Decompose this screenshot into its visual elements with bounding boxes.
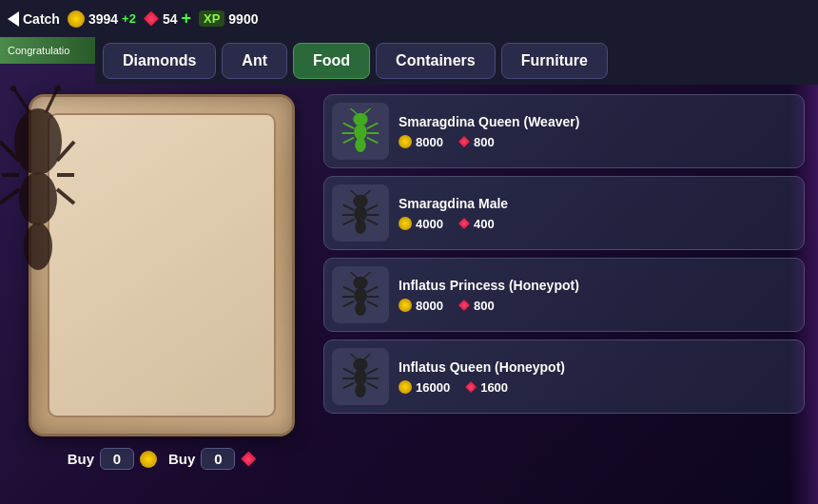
svg-point-46 bbox=[353, 359, 367, 371]
svg-line-30 bbox=[367, 204, 379, 210]
diamond-price-icon bbox=[458, 136, 470, 147]
buy-label-2: Buy bbox=[168, 451, 195, 467]
item-prices: 4000 400 bbox=[399, 217, 796, 231]
back-label: Catch bbox=[23, 11, 60, 27]
svg-line-19 bbox=[367, 123, 379, 128]
svg-line-10 bbox=[46, 89, 57, 113]
diamond-price: 800 bbox=[458, 299, 495, 313]
gold-price: 8000 bbox=[399, 299, 443, 313]
list-item[interactable]: Inflatus Queen (Honeypot) 16000 1600 bbox=[323, 339, 805, 414]
tab-furniture[interactable]: Furniture bbox=[501, 43, 608, 79]
svg-point-2 bbox=[24, 223, 52, 270]
diamond-price-value: 1600 bbox=[480, 380, 508, 395]
svg-line-43 bbox=[367, 301, 379, 307]
item-prices: 8000 800 bbox=[399, 299, 796, 313]
diamond-icon bbox=[144, 11, 159, 27]
tab-bar: Diamonds Ant Food Containers Furniture bbox=[95, 37, 818, 85]
svg-line-45 bbox=[364, 272, 371, 278]
gold-price-value: 8000 bbox=[416, 135, 443, 149]
svg-line-33 bbox=[350, 190, 357, 196]
congrats-text: Congratulatio bbox=[8, 45, 69, 56]
back-button[interactable]: Catch bbox=[8, 11, 60, 27]
list-item[interactable]: Smaragdina Male 4000 400 bbox=[323, 176, 805, 250]
svg-line-32 bbox=[367, 220, 379, 225]
tab-ant[interactable]: Ant bbox=[222, 43, 287, 79]
back-arrow-icon bbox=[8, 11, 19, 27]
buy-diamond-icon bbox=[241, 452, 256, 467]
diamond-group: 54 + bbox=[144, 9, 191, 29]
svg-point-1 bbox=[19, 172, 57, 225]
gold-price-value: 4000 bbox=[416, 217, 443, 231]
buy-coin-icon bbox=[140, 451, 157, 468]
diamond-price-icon bbox=[465, 381, 477, 393]
congrats-banner: Congratulatio bbox=[0, 37, 95, 64]
item-thumbnail bbox=[332, 266, 389, 323]
diamond-plus-button[interactable]: + bbox=[181, 9, 191, 29]
diamond-price-icon bbox=[458, 300, 470, 311]
svg-line-8 bbox=[57, 189, 74, 204]
gold-price-icon bbox=[399, 380, 412, 394]
svg-line-16 bbox=[343, 123, 355, 128]
svg-line-52 bbox=[367, 368, 379, 374]
xp-amount: 9900 bbox=[228, 11, 258, 27]
svg-line-5 bbox=[0, 189, 19, 204]
tab-food[interactable]: Food bbox=[293, 43, 370, 79]
diamond-price-value: 800 bbox=[474, 299, 495, 313]
buy-gold-group: Buy 0 bbox=[68, 448, 157, 470]
svg-point-11 bbox=[10, 86, 16, 91]
item-prices: 8000 800 bbox=[399, 135, 796, 149]
gold-price-value: 8000 bbox=[416, 299, 443, 313]
buy-label-1: Buy bbox=[68, 451, 94, 467]
item-list: Smaragdina Queen (Weaver) 8000 800 Smara… bbox=[323, 94, 808, 494]
svg-line-34 bbox=[364, 190, 371, 196]
gold-price: 16000 bbox=[399, 380, 450, 395]
item-thumbnail bbox=[332, 103, 389, 160]
list-item[interactable]: Inflatus Princess (Honeypot) 8000 800 bbox=[323, 258, 805, 332]
diamond-price: 800 bbox=[458, 135, 495, 149]
svg-point-12 bbox=[55, 86, 61, 91]
svg-line-41 bbox=[367, 286, 379, 292]
svg-line-9 bbox=[14, 89, 30, 113]
svg-line-49 bbox=[343, 368, 355, 374]
diamond-price-value: 400 bbox=[474, 217, 495, 231]
gold-bonus: +2 bbox=[122, 11, 136, 26]
buy-count-1[interactable]: 0 bbox=[100, 448, 134, 470]
svg-line-22 bbox=[350, 108, 357, 114]
gold-price-icon bbox=[399, 299, 412, 312]
svg-line-18 bbox=[343, 138, 355, 144]
tab-diamonds[interactable]: Diamonds bbox=[103, 43, 216, 79]
buy-diamond-group: Buy 0 bbox=[168, 448, 256, 470]
svg-line-27 bbox=[343, 204, 355, 210]
svg-point-48 bbox=[355, 383, 366, 397]
svg-line-23 bbox=[364, 108, 371, 114]
xp-group: XP 9900 bbox=[199, 10, 259, 27]
item-name: Smaragdina Male bbox=[399, 196, 796, 211]
list-item[interactable]: Smaragdina Queen (Weaver) 8000 800 bbox=[323, 94, 805, 168]
item-info: Smaragdina Queen (Weaver) 8000 800 bbox=[399, 114, 796, 149]
svg-line-21 bbox=[367, 138, 379, 144]
item-name: Smaragdina Queen (Weaver) bbox=[399, 114, 796, 129]
gold-amount: 3994 bbox=[88, 11, 118, 27]
card-inner bbox=[48, 113, 276, 417]
main-content: Buy 0 Buy 0 Smaragdina bbox=[0, 85, 818, 504]
diamond-price: 1600 bbox=[465, 380, 508, 395]
item-name: Inflatus Princess (Honeypot) bbox=[399, 278, 796, 293]
svg-line-56 bbox=[364, 354, 371, 359]
gold-price: 4000 bbox=[399, 217, 443, 231]
buy-count-2[interactable]: 0 bbox=[201, 448, 235, 470]
gold-price-icon bbox=[399, 135, 412, 148]
gold-price-icon bbox=[399, 217, 412, 230]
item-name: Inflatus Queen (Honeypot) bbox=[399, 359, 796, 375]
item-thumbnail bbox=[332, 184, 389, 242]
svg-point-26 bbox=[355, 220, 366, 234]
gold-group: 3994 +2 bbox=[68, 10, 136, 28]
xp-label: XP bbox=[199, 10, 224, 27]
svg-line-55 bbox=[350, 354, 357, 359]
tab-containers[interactable]: Containers bbox=[376, 43, 496, 79]
svg-point-15 bbox=[355, 138, 366, 152]
svg-point-24 bbox=[353, 195, 367, 207]
buy-controls: Buy 0 Buy 0 bbox=[68, 448, 257, 470]
svg-line-29 bbox=[343, 220, 355, 225]
svg-point-0 bbox=[14, 108, 62, 175]
top-bar: Catch 3994 +2 54 + XP 9900 bbox=[0, 0, 818, 37]
